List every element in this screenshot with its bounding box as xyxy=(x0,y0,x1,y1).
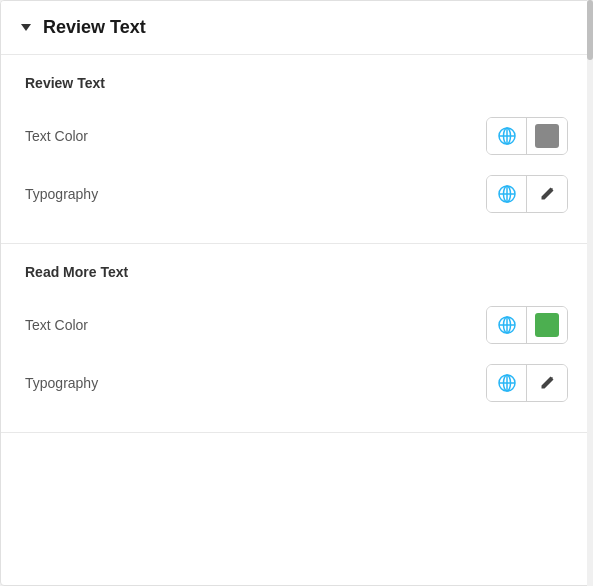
globe-icon xyxy=(498,374,516,392)
panel: Review Text Review Text Text Color xyxy=(0,0,593,586)
review-typography-label: Typography xyxy=(25,186,98,202)
read-more-typography-row: Typography xyxy=(25,354,568,412)
read-more-text-color-swatch-button[interactable] xyxy=(527,307,567,343)
review-text-color-label: Text Color xyxy=(25,128,88,144)
review-typography-globe-button[interactable] xyxy=(487,176,527,212)
read-more-typography-edit-button[interactable] xyxy=(527,365,567,401)
section-review-text-title: Review Text xyxy=(25,75,568,91)
review-typography-control[interactable] xyxy=(486,175,568,213)
review-text-color-swatch xyxy=(535,124,559,148)
panel-header[interactable]: Review Text xyxy=(1,1,592,55)
globe-icon xyxy=(498,127,516,145)
chevron-down-icon xyxy=(21,24,31,31)
read-more-text-color-control[interactable] xyxy=(486,306,568,344)
review-text-color-globe-button[interactable] xyxy=(487,118,527,154)
review-text-color-row: Text Color xyxy=(25,107,568,165)
read-more-typography-control[interactable] xyxy=(486,364,568,402)
read-more-text-color-globe-button[interactable] xyxy=(487,307,527,343)
globe-icon xyxy=(498,185,516,203)
read-more-typography-label: Typography xyxy=(25,375,98,391)
section-read-more-text: Read More Text Text Color xyxy=(1,244,592,433)
section-review-text: Review Text Text Color xyxy=(1,55,592,244)
review-text-color-swatch-button[interactable] xyxy=(527,118,567,154)
review-typography-row: Typography xyxy=(25,165,568,223)
scrollbar-thumb[interactable] xyxy=(587,0,593,60)
read-more-text-color-label: Text Color xyxy=(25,317,88,333)
review-typography-edit-button[interactable] xyxy=(527,176,567,212)
read-more-text-color-row: Text Color xyxy=(25,296,568,354)
globe-icon xyxy=(498,316,516,334)
panel-title: Review Text xyxy=(43,17,146,38)
read-more-typography-globe-button[interactable] xyxy=(487,365,527,401)
review-text-color-control[interactable] xyxy=(486,117,568,155)
scrollbar-track xyxy=(587,0,593,586)
read-more-text-color-swatch xyxy=(535,313,559,337)
section-read-more-text-title: Read More Text xyxy=(25,264,568,280)
